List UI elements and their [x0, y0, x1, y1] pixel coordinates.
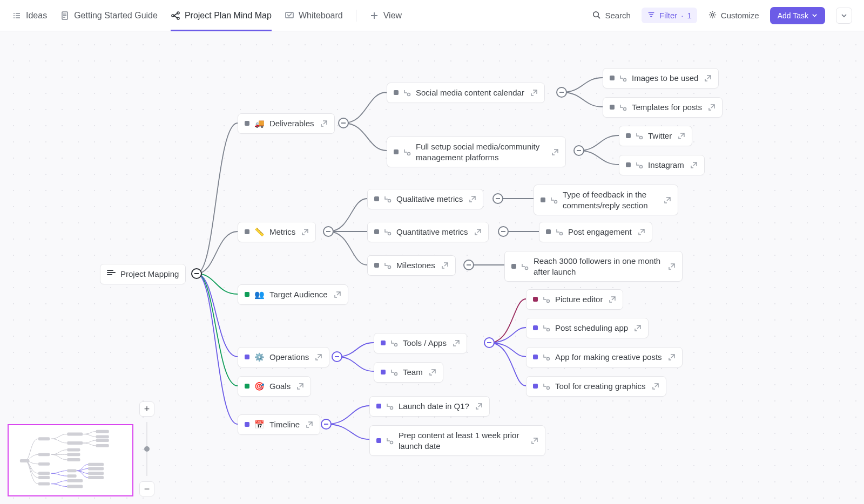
toggle-metrics[interactable]: [323, 226, 334, 237]
node-audience[interactable]: 👥 Target Audience: [238, 284, 348, 305]
node-feedback[interactable]: Type of feedback in the comments/reply s…: [534, 185, 678, 215]
status-square: [376, 404, 381, 408]
expand-icon: [664, 196, 671, 204]
toggle-fullsetup[interactable]: [573, 145, 584, 156]
node-engagement[interactable]: Post engagement: [539, 222, 652, 242]
svg-rect-32: [38, 476, 50, 479]
node-templates[interactable]: Templates for posts: [603, 97, 723, 118]
zoom-in-button[interactable]: +: [139, 401, 154, 417]
status-square: [511, 264, 516, 269]
more-button[interactable]: [836, 8, 852, 24]
filter-label: Filter: [659, 11, 677, 20]
tab-whiteboard[interactable]: Whiteboard: [285, 0, 343, 31]
node-operations[interactable]: ⚙️ Operations: [238, 347, 329, 367]
tab-add-view[interactable]: View: [369, 0, 402, 31]
subtask-icon: [403, 148, 411, 156]
svg-rect-33: [38, 482, 50, 486]
toggle-calendar[interactable]: [556, 87, 567, 98]
tab-ideas[interactable]: Ideas: [12, 0, 47, 31]
tab-mindmap[interactable]: Project Plan Mind Map: [171, 0, 272, 31]
svg-point-18: [525, 267, 528, 269]
node-prep[interactable]: Prep content at least 1 week prior launc…: [369, 425, 545, 456]
node-label: Qualitative metrics: [396, 194, 463, 205]
node-deliverables[interactable]: 🚚 Deliverables: [238, 113, 335, 134]
node-label: Full setup social media/community manage…: [416, 141, 545, 162]
node-graphics[interactable]: Tool for creating graphics: [526, 376, 666, 397]
svg-rect-50: [67, 485, 83, 488]
status-square: [381, 340, 386, 345]
node-fullsetup[interactable]: Full setup social media/community manage…: [387, 137, 566, 167]
node-qualitative[interactable]: Qualitative metrics: [367, 189, 483, 209]
tab-guide[interactable]: Getting Started Guide: [60, 0, 158, 31]
emoji-icon: 👥: [254, 290, 265, 299]
expand-icon: [530, 89, 538, 97]
customize-label: Customize: [721, 11, 759, 20]
svg-rect-43: [67, 469, 76, 472]
filter-button[interactable]: Filter · 1: [642, 8, 697, 23]
node-launch[interactable]: Launch date in Q1?: [369, 396, 490, 417]
node-creative[interactable]: App for making creative posts: [526, 347, 683, 367]
status-square: [245, 229, 249, 234]
svg-point-17: [388, 265, 391, 268]
node-picture-editor[interactable]: Picture editor: [526, 289, 623, 310]
toggle-deliverables[interactable]: [338, 118, 349, 128]
svg-point-25: [390, 406, 393, 409]
toggle-timeline[interactable]: [321, 419, 332, 430]
node-label: Images to be used: [632, 73, 698, 84]
node-label: Templates for posts: [632, 102, 702, 113]
node-tools[interactable]: Tools / Apps: [374, 333, 467, 353]
toggle-qualitative[interactable]: [492, 193, 503, 204]
search-label: Search: [605, 11, 631, 20]
node-milestones[interactable]: Milestones: [367, 255, 456, 276]
status-square: [245, 384, 249, 389]
node-metrics[interactable]: 📏 Metrics: [238, 222, 316, 242]
node-twitter[interactable]: Twitter: [619, 126, 692, 146]
subtask-icon: [619, 104, 627, 111]
toolbar-right: Search Filter · 1 Customize Add Task: [592, 7, 852, 24]
node-label: Instagram: [648, 160, 684, 171]
add-task-label: Add Task: [778, 11, 808, 20]
toggle-tools[interactable]: [484, 337, 495, 348]
tab-label: Ideas: [26, 11, 47, 21]
search-icon: [592, 10, 601, 21]
add-task-button[interactable]: Add Task: [770, 7, 825, 24]
svg-point-23: [547, 357, 550, 360]
chevron-down-icon: [812, 12, 818, 18]
toggle-milestones[interactable]: [463, 260, 474, 270]
search-button[interactable]: Search: [592, 10, 631, 21]
subtask-icon: [386, 437, 394, 445]
expand-icon: [475, 403, 483, 410]
filter-count: 1: [687, 11, 691, 20]
zoom-control: + −: [139, 401, 154, 496]
svg-rect-28: [38, 437, 50, 440]
node-images[interactable]: Images to be used: [603, 68, 719, 88]
tab-label: View: [383, 11, 402, 21]
svg-rect-30: [38, 462, 50, 466]
node-root[interactable]: Project Mapping: [100, 264, 186, 284]
node-goals[interactable]: 🎯 Goals: [238, 376, 311, 397]
status-square: [381, 370, 386, 374]
node-timeline[interactable]: 📅 Timeline: [238, 414, 320, 435]
customize-button[interactable]: Customize: [708, 10, 759, 21]
toggle-operations[interactable]: [332, 351, 342, 362]
node-reach3000[interactable]: Reach 3000 followers in one month after …: [504, 251, 683, 282]
node-team[interactable]: Team: [374, 362, 443, 383]
node-instagram[interactable]: Instagram: [619, 155, 705, 175]
node-label: Milestones: [396, 260, 435, 271]
subtask-icon: [556, 228, 563, 236]
svg-rect-35: [67, 441, 83, 445]
toggle-root[interactable]: [191, 268, 202, 279]
node-label: Operations: [269, 352, 309, 363]
list-icon: [107, 270, 116, 278]
mindmap-canvas[interactable]: Project Mapping 🚚 Deliverables Social me…: [0, 31, 864, 504]
minimap[interactable]: [8, 424, 133, 496]
toggle-quantitative[interactable]: [498, 226, 509, 237]
node-quantitative[interactable]: Quantitative metrics: [367, 222, 489, 242]
mindmap-icon: [171, 11, 180, 21]
node-calendar[interactable]: Social media content calendar: [387, 83, 545, 103]
svg-point-10: [408, 152, 410, 155]
zoom-out-button[interactable]: −: [139, 481, 154, 496]
zoom-handle[interactable]: [144, 446, 150, 452]
zoom-track[interactable]: [146, 422, 147, 476]
node-scheduling[interactable]: Post scheduling app: [526, 318, 649, 338]
